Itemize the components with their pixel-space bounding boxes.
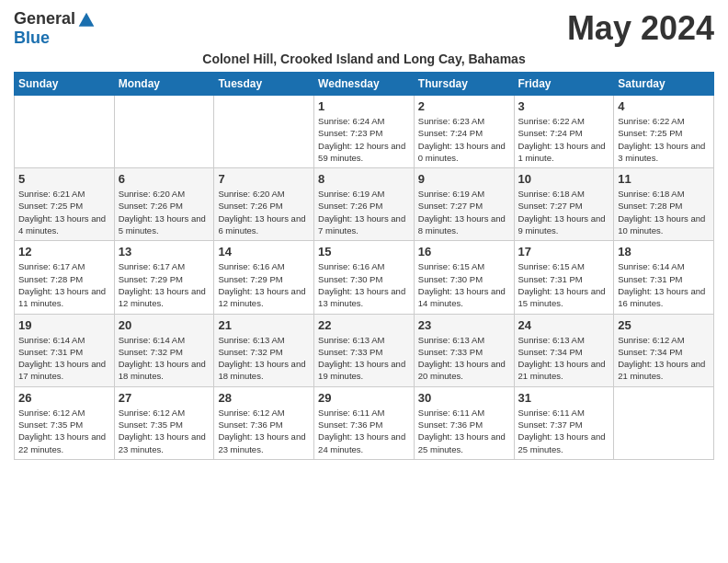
page: General Blue May 2024 Colonel Hill, Croo… bbox=[0, 0, 728, 563]
day-number: 15 bbox=[318, 245, 410, 259]
day-number: 17 bbox=[518, 245, 610, 259]
day-info: Sunrise: 6:13 AMSunset: 7:33 PMDaylight:… bbox=[418, 334, 510, 383]
day-info: Sunrise: 6:21 AMSunset: 7:25 PMDaylight:… bbox=[18, 188, 110, 236]
day-number: 18 bbox=[618, 245, 710, 259]
day-info: Sunrise: 6:13 AMSunset: 7:33 PMDaylight:… bbox=[318, 334, 410, 383]
day-number: 3 bbox=[518, 99, 610, 113]
calendar-cell: 30Sunrise: 6:11 AMSunset: 7:36 PMDayligh… bbox=[414, 386, 514, 459]
day-number: 10 bbox=[518, 172, 610, 186]
day-number: 27 bbox=[119, 391, 210, 405]
day-info: Sunrise: 6:17 AMSunset: 7:28 PMDaylight:… bbox=[18, 260, 110, 309]
day-number: 4 bbox=[618, 99, 710, 113]
calendar-week-4: 19Sunrise: 6:14 AMSunset: 7:31 PMDayligh… bbox=[15, 314, 714, 386]
day-info: Sunrise: 6:12 AMSunset: 7:35 PMDaylight:… bbox=[18, 407, 110, 455]
day-number: 23 bbox=[418, 318, 510, 332]
day-number: 9 bbox=[418, 172, 510, 186]
day-info: Sunrise: 6:16 AMSunset: 7:29 PMDaylight:… bbox=[218, 260, 310, 309]
calendar-cell: 14Sunrise: 6:16 AMSunset: 7:29 PMDayligh… bbox=[214, 241, 314, 314]
day-info: Sunrise: 6:22 AMSunset: 7:25 PMDaylight:… bbox=[618, 115, 710, 164]
calendar-cell: 3Sunrise: 6:22 AMSunset: 7:24 PMDaylight… bbox=[514, 96, 614, 168]
logo-blue-text: Blue bbox=[14, 29, 96, 48]
calendar-cell: 12Sunrise: 6:17 AMSunset: 7:28 PMDayligh… bbox=[15, 241, 115, 314]
day-info: Sunrise: 6:13 AMSunset: 7:32 PMDaylight:… bbox=[218, 334, 310, 383]
calendar-cell: 10Sunrise: 6:18 AMSunset: 7:27 PMDayligh… bbox=[514, 168, 614, 241]
col-monday: Monday bbox=[114, 73, 214, 96]
calendar-week-3: 12Sunrise: 6:17 AMSunset: 7:28 PMDayligh… bbox=[15, 241, 714, 314]
day-number: 29 bbox=[318, 391, 410, 405]
calendar-cell: 6Sunrise: 6:20 AMSunset: 7:26 PMDaylight… bbox=[114, 168, 214, 241]
day-number: 2 bbox=[418, 99, 510, 113]
day-info: Sunrise: 6:15 AMSunset: 7:31 PMDaylight:… bbox=[518, 260, 610, 309]
day-number: 1 bbox=[318, 99, 410, 113]
day-number: 5 bbox=[18, 172, 110, 186]
day-number: 31 bbox=[518, 391, 610, 405]
calendar-cell: 9Sunrise: 6:19 AMSunset: 7:27 PMDaylight… bbox=[414, 168, 514, 241]
day-number: 26 bbox=[18, 391, 110, 405]
calendar-cell bbox=[614, 386, 714, 459]
day-info: Sunrise: 6:19 AMSunset: 7:27 PMDaylight:… bbox=[418, 188, 510, 236]
day-number: 19 bbox=[18, 318, 110, 332]
day-info: Sunrise: 6:20 AMSunset: 7:26 PMDaylight:… bbox=[218, 188, 310, 236]
calendar-cell: 29Sunrise: 6:11 AMSunset: 7:36 PMDayligh… bbox=[314, 386, 415, 459]
day-info: Sunrise: 6:15 AMSunset: 7:30 PMDaylight:… bbox=[418, 260, 510, 309]
day-number: 11 bbox=[618, 172, 710, 186]
day-info: Sunrise: 6:16 AMSunset: 7:30 PMDaylight:… bbox=[318, 260, 410, 309]
header: General Blue May 2024 bbox=[14, 9, 714, 48]
logo-general-text: General bbox=[14, 10, 75, 29]
logo: General Blue bbox=[14, 9, 96, 48]
day-number: 6 bbox=[119, 172, 210, 186]
day-number: 25 bbox=[618, 318, 710, 332]
calendar-week-2: 5Sunrise: 6:21 AMSunset: 7:25 PMDaylight… bbox=[15, 168, 714, 241]
calendar-cell: 15Sunrise: 6:16 AMSunset: 7:30 PMDayligh… bbox=[314, 241, 415, 314]
calendar-cell: 21Sunrise: 6:13 AMSunset: 7:32 PMDayligh… bbox=[214, 314, 314, 386]
day-info: Sunrise: 6:23 AMSunset: 7:24 PMDaylight:… bbox=[418, 115, 510, 164]
calendar-cell: 8Sunrise: 6:19 AMSunset: 7:26 PMDaylight… bbox=[314, 168, 415, 241]
calendar-cell: 26Sunrise: 6:12 AMSunset: 7:35 PMDayligh… bbox=[15, 386, 115, 459]
day-number: 24 bbox=[518, 318, 610, 332]
calendar-cell: 17Sunrise: 6:15 AMSunset: 7:31 PMDayligh… bbox=[514, 241, 614, 314]
calendar-cell: 18Sunrise: 6:14 AMSunset: 7:31 PMDayligh… bbox=[614, 241, 714, 314]
svg-marker-0 bbox=[79, 13, 95, 27]
day-number: 14 bbox=[218, 245, 310, 259]
col-saturday: Saturday bbox=[614, 73, 714, 96]
calendar-cell: 31Sunrise: 6:11 AMSunset: 7:37 PMDayligh… bbox=[514, 386, 614, 459]
calendar-subtitle: Colonel Hill, Crooked Island and Long Ca… bbox=[14, 52, 714, 66]
day-number: 22 bbox=[318, 318, 410, 332]
logo-icon bbox=[77, 11, 96, 29]
day-info: Sunrise: 6:22 AMSunset: 7:24 PMDaylight:… bbox=[518, 115, 610, 164]
day-info: Sunrise: 6:19 AMSunset: 7:26 PMDaylight:… bbox=[318, 188, 410, 236]
day-number: 21 bbox=[218, 318, 310, 332]
day-info: Sunrise: 6:12 AMSunset: 7:34 PMDaylight:… bbox=[618, 334, 710, 383]
calendar-week-1: 1Sunrise: 6:24 AMSunset: 7:23 PMDaylight… bbox=[15, 96, 714, 168]
calendar-cell: 13Sunrise: 6:17 AMSunset: 7:29 PMDayligh… bbox=[114, 241, 214, 314]
day-number: 8 bbox=[318, 172, 410, 186]
calendar-cell: 1Sunrise: 6:24 AMSunset: 7:23 PMDaylight… bbox=[314, 96, 415, 168]
calendar-cell bbox=[114, 96, 214, 168]
day-number: 16 bbox=[418, 245, 510, 259]
calendar-cell: 2Sunrise: 6:23 AMSunset: 7:24 PMDaylight… bbox=[414, 96, 514, 168]
calendar-cell: 22Sunrise: 6:13 AMSunset: 7:33 PMDayligh… bbox=[314, 314, 415, 386]
day-number: 20 bbox=[119, 318, 210, 332]
day-info: Sunrise: 6:14 AMSunset: 7:32 PMDaylight:… bbox=[119, 334, 210, 383]
calendar-header-row: Sunday Monday Tuesday Wednesday Thursday… bbox=[15, 73, 714, 96]
calendar-cell: 24Sunrise: 6:13 AMSunset: 7:34 PMDayligh… bbox=[514, 314, 614, 386]
calendar-cell: 20Sunrise: 6:14 AMSunset: 7:32 PMDayligh… bbox=[114, 314, 214, 386]
day-info: Sunrise: 6:20 AMSunset: 7:26 PMDaylight:… bbox=[119, 188, 210, 236]
day-number: 7 bbox=[218, 172, 310, 186]
calendar-cell: 16Sunrise: 6:15 AMSunset: 7:30 PMDayligh… bbox=[414, 241, 514, 314]
day-info: Sunrise: 6:18 AMSunset: 7:27 PMDaylight:… bbox=[518, 188, 610, 236]
col-thursday: Thursday bbox=[414, 73, 514, 96]
calendar-cell: 28Sunrise: 6:12 AMSunset: 7:36 PMDayligh… bbox=[214, 386, 314, 459]
calendar-cell: 11Sunrise: 6:18 AMSunset: 7:28 PMDayligh… bbox=[614, 168, 714, 241]
day-info: Sunrise: 6:18 AMSunset: 7:28 PMDaylight:… bbox=[618, 188, 710, 236]
day-info: Sunrise: 6:12 AMSunset: 7:35 PMDaylight:… bbox=[119, 407, 210, 455]
day-number: 12 bbox=[18, 245, 110, 259]
day-info: Sunrise: 6:14 AMSunset: 7:31 PMDaylight:… bbox=[618, 260, 710, 309]
calendar-cell bbox=[214, 96, 314, 168]
calendar-cell bbox=[15, 96, 115, 168]
calendar-cell: 19Sunrise: 6:14 AMSunset: 7:31 PMDayligh… bbox=[15, 314, 115, 386]
day-info: Sunrise: 6:11 AMSunset: 7:36 PMDaylight:… bbox=[318, 407, 410, 455]
day-info: Sunrise: 6:14 AMSunset: 7:31 PMDaylight:… bbox=[18, 334, 110, 383]
calendar-cell: 27Sunrise: 6:12 AMSunset: 7:35 PMDayligh… bbox=[114, 386, 214, 459]
day-number: 30 bbox=[418, 391, 510, 405]
